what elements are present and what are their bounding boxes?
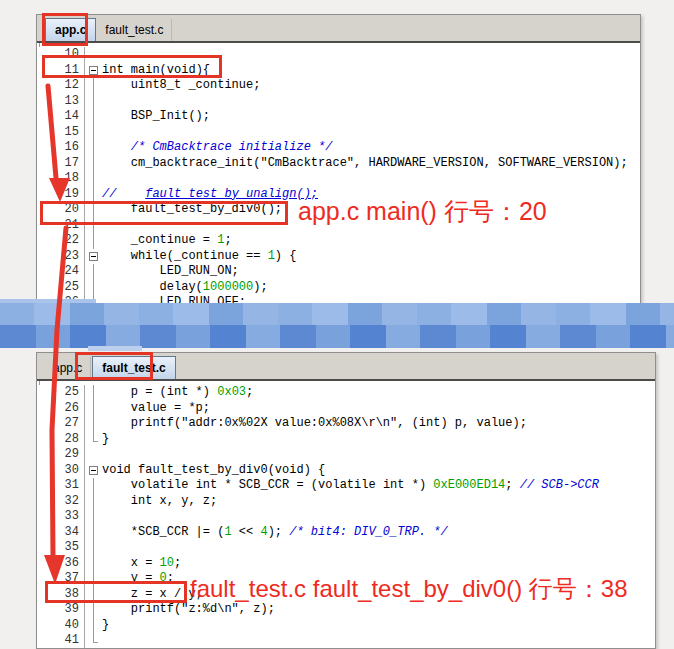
code-text: } xyxy=(102,432,109,448)
line-number: 13 xyxy=(37,94,85,110)
line-number: 33 xyxy=(37,509,85,525)
code-text: printf("addr:0x%02X value:0x%08X\r\n", (… xyxy=(102,416,527,432)
code-line-17[interactable]: 17 cm_backtrace_init("CmBacktrace", HARD… xyxy=(37,156,640,172)
code-line-15[interactable]: 15 xyxy=(37,125,640,141)
tab-fault_test-c[interactable]: fault_test.c xyxy=(97,19,172,41)
line-number: 25 xyxy=(37,385,85,401)
fold-gutter xyxy=(85,447,102,463)
code-text: void fault_test_by_div0(void) { xyxy=(102,463,325,479)
code-line-25[interactable]: 25 p = (int *) 0x03; xyxy=(37,385,655,401)
code-text: BSP_Init(); xyxy=(102,109,210,125)
fold-collapse-icon[interactable] xyxy=(85,463,102,479)
fold-gutter xyxy=(85,525,102,541)
code-line-34[interactable]: 34 *SCB_CCR |= (1 << 4); /* bit4: DIV_0_… xyxy=(37,525,655,541)
code-text: value = *p; xyxy=(102,401,210,417)
fold-collapse-icon[interactable] xyxy=(85,249,102,265)
code-line-26[interactable]: 26 value = *p; xyxy=(37,401,655,417)
highlight-box-tab-app-c xyxy=(42,13,88,46)
code-line-41[interactable]: 41 xyxy=(37,633,655,648)
line-number: 15 xyxy=(37,125,85,141)
fold-gutter xyxy=(85,233,102,249)
fold-gutter xyxy=(85,509,102,525)
fold-gutter xyxy=(85,556,102,572)
code-line-27[interactable]: 27 printf("addr:0x%02X value:0x%08X\r\n"… xyxy=(37,416,655,432)
fold-gutter xyxy=(85,156,102,172)
code-line-24[interactable]: 24 LED_RUN_ON; xyxy=(37,264,640,280)
censor-block xyxy=(88,346,142,351)
fold-gutter xyxy=(85,187,102,203)
code-line-36[interactable]: 36 x = 10; xyxy=(37,556,655,572)
line-number: 25 xyxy=(37,280,85,296)
line-number: 31 xyxy=(37,478,85,494)
code-line-14[interactable]: 14 BSP_Init(); xyxy=(37,109,640,125)
fold-gutter xyxy=(85,602,102,618)
code-text: cm_backtrace_init("CmBacktrace", HARDWAR… xyxy=(102,156,628,172)
code-area-app-c[interactable]: 1011int main(void){12 uint8_t _continue;… xyxy=(37,47,640,305)
fold-gutter xyxy=(85,109,102,125)
code-text: } xyxy=(102,618,109,634)
fold-gutter xyxy=(85,125,102,141)
fold-gutter xyxy=(85,540,102,556)
censor-row xyxy=(0,325,674,348)
code-line-16[interactable]: 16 /* CmBacktrace initialize */ xyxy=(37,140,640,156)
line-number: 18 xyxy=(37,171,85,187)
line-number: 28 xyxy=(37,432,85,448)
highlight-box-line-11 xyxy=(42,55,222,78)
code-text: delay(1000000); xyxy=(102,280,268,296)
line-number: 22 xyxy=(37,233,85,249)
code-line-12[interactable]: 12 uint8_t _continue; xyxy=(37,78,640,94)
fold-gutter xyxy=(85,140,102,156)
line-number: 32 xyxy=(37,494,85,510)
code-text: p = (int *) 0x03; xyxy=(102,385,253,401)
censored-title-band xyxy=(0,303,674,348)
highlight-box-line-38 xyxy=(45,581,187,603)
code-text: while(_continue == 1) { xyxy=(102,249,296,265)
line-number: 39 xyxy=(37,602,85,618)
annotation-label-line-20: app.c main() 行号：20 xyxy=(298,195,547,228)
code-line-13[interactable]: 13 xyxy=(37,94,640,110)
tab-bar: app.cfault_test.c xyxy=(37,15,640,43)
code-line-30[interactable]: 30void fault_test_by_div0(void) { xyxy=(37,463,655,479)
code-line-22[interactable]: 22 _continue = 1; xyxy=(37,233,640,249)
line-number: 24 xyxy=(37,264,85,280)
fold-gutter xyxy=(85,264,102,280)
code-line-31[interactable]: 31 volatile int * SCB_CCR = (volatile in… xyxy=(37,478,655,494)
code-line-28[interactable]: 28} xyxy=(37,432,655,448)
code-text: x = 10; xyxy=(102,556,181,572)
code-text: *SCB_CCR |= (1 << 4); /* bit4: DIV_0_TRP… xyxy=(102,525,448,541)
annotation-label-line-38: fault_test.c fault_test_by_div0() 行号：38 xyxy=(190,573,628,605)
line-number: 36 xyxy=(37,556,85,572)
code-line-25[interactable]: 25 delay(1000000); xyxy=(37,280,640,296)
line-number: 41 xyxy=(37,633,85,648)
code-area-fault-test-c[interactable]: 25 p = (int *) 0x03;26 value = *p;27 pri… xyxy=(37,385,655,648)
fold-gutter xyxy=(85,633,102,648)
line-number: 26 xyxy=(37,401,85,417)
line-number: 17 xyxy=(37,156,85,172)
code-line-32[interactable]: 32 int x, y, z; xyxy=(37,494,655,510)
fold-gutter xyxy=(85,401,102,417)
line-number: 14 xyxy=(37,109,85,125)
code-line-40[interactable]: 40} xyxy=(37,618,655,634)
code-text: int x, y, z; xyxy=(102,494,217,510)
line-number: 12 xyxy=(37,78,85,94)
code-line-18[interactable]: 18 xyxy=(37,171,640,187)
code-text: uint8_t _continue; xyxy=(102,78,260,94)
code-line-35[interactable]: 35 xyxy=(37,540,655,556)
code-line-23[interactable]: 23 while(_continue == 1) { xyxy=(37,249,640,265)
line-number: 27 xyxy=(37,416,85,432)
fold-gutter xyxy=(85,478,102,494)
fold-gutter xyxy=(85,416,102,432)
highlight-box-line-20 xyxy=(40,201,288,225)
line-number: 16 xyxy=(37,140,85,156)
fold-gutter xyxy=(85,94,102,110)
highlight-box-tab-fault-test-c xyxy=(75,352,153,380)
line-number: 19 xyxy=(37,187,85,203)
fold-gutter xyxy=(85,280,102,296)
line-number: 29 xyxy=(37,447,85,463)
line-number: 23 xyxy=(37,249,85,265)
code-line-29[interactable]: 29 xyxy=(37,447,655,463)
fold-gutter xyxy=(85,618,102,634)
line-number: 40 xyxy=(37,618,85,634)
line-number: 35 xyxy=(37,540,85,556)
code-line-33[interactable]: 33 xyxy=(37,509,655,525)
